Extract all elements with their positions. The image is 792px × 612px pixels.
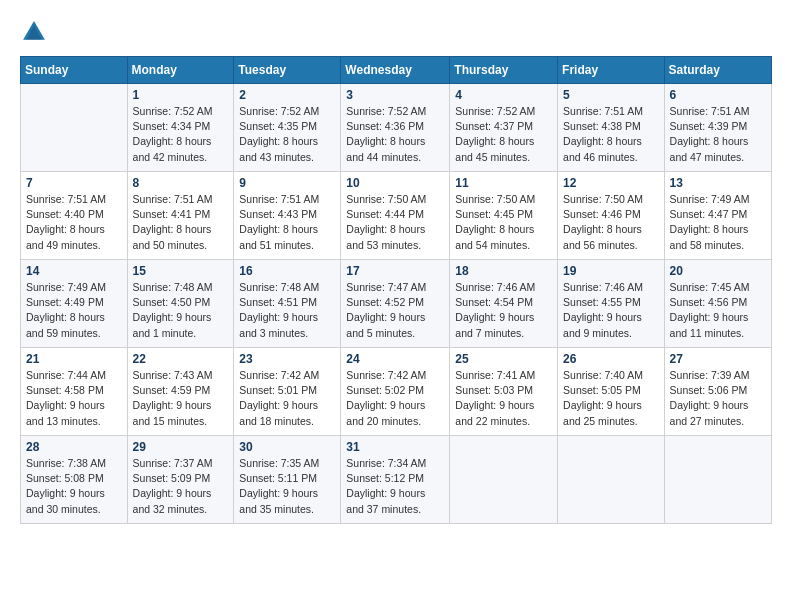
weekday-header-monday: Monday	[127, 57, 234, 84]
day-number: 8	[133, 176, 229, 190]
day-info: Sunrise: 7:44 AMSunset: 4:58 PMDaylight:…	[26, 368, 122, 429]
day-number: 3	[346, 88, 444, 102]
day-info: Sunrise: 7:46 AMSunset: 4:54 PMDaylight:…	[455, 280, 552, 341]
weekday-header-tuesday: Tuesday	[234, 57, 341, 84]
week-row-4: 21Sunrise: 7:44 AMSunset: 4:58 PMDayligh…	[21, 348, 772, 436]
day-number: 10	[346, 176, 444, 190]
day-info: Sunrise: 7:50 AMSunset: 4:44 PMDaylight:…	[346, 192, 444, 253]
day-number: 4	[455, 88, 552, 102]
day-cell: 4Sunrise: 7:52 AMSunset: 4:37 PMDaylight…	[450, 84, 558, 172]
day-number: 20	[670, 264, 766, 278]
day-cell: 22Sunrise: 7:43 AMSunset: 4:59 PMDayligh…	[127, 348, 234, 436]
day-number: 16	[239, 264, 335, 278]
day-number: 1	[133, 88, 229, 102]
day-info: Sunrise: 7:42 AMSunset: 5:01 PMDaylight:…	[239, 368, 335, 429]
day-cell: 9Sunrise: 7:51 AMSunset: 4:43 PMDaylight…	[234, 172, 341, 260]
logo	[20, 18, 52, 46]
day-number: 14	[26, 264, 122, 278]
day-cell	[450, 436, 558, 524]
week-row-1: 1Sunrise: 7:52 AMSunset: 4:34 PMDaylight…	[21, 84, 772, 172]
day-info: Sunrise: 7:46 AMSunset: 4:55 PMDaylight:…	[563, 280, 659, 341]
day-number: 15	[133, 264, 229, 278]
day-info: Sunrise: 7:34 AMSunset: 5:12 PMDaylight:…	[346, 456, 444, 517]
day-info: Sunrise: 7:49 AMSunset: 4:47 PMDaylight:…	[670, 192, 766, 253]
day-cell: 15Sunrise: 7:48 AMSunset: 4:50 PMDayligh…	[127, 260, 234, 348]
day-info: Sunrise: 7:50 AMSunset: 4:45 PMDaylight:…	[455, 192, 552, 253]
day-number: 23	[239, 352, 335, 366]
week-row-2: 7Sunrise: 7:51 AMSunset: 4:40 PMDaylight…	[21, 172, 772, 260]
day-cell: 11Sunrise: 7:50 AMSunset: 4:45 PMDayligh…	[450, 172, 558, 260]
day-cell: 30Sunrise: 7:35 AMSunset: 5:11 PMDayligh…	[234, 436, 341, 524]
day-cell: 3Sunrise: 7:52 AMSunset: 4:36 PMDaylight…	[341, 84, 450, 172]
weekday-header-row: SundayMondayTuesdayWednesdayThursdayFrid…	[21, 57, 772, 84]
week-row-3: 14Sunrise: 7:49 AMSunset: 4:49 PMDayligh…	[21, 260, 772, 348]
day-number: 5	[563, 88, 659, 102]
day-cell: 13Sunrise: 7:49 AMSunset: 4:47 PMDayligh…	[664, 172, 771, 260]
day-info: Sunrise: 7:51 AMSunset: 4:40 PMDaylight:…	[26, 192, 122, 253]
day-number: 24	[346, 352, 444, 366]
calendar-page: SundayMondayTuesdayWednesdayThursdayFrid…	[0, 0, 792, 612]
day-number: 7	[26, 176, 122, 190]
day-cell: 27Sunrise: 7:39 AMSunset: 5:06 PMDayligh…	[664, 348, 771, 436]
day-number: 31	[346, 440, 444, 454]
day-number: 19	[563, 264, 659, 278]
day-cell: 1Sunrise: 7:52 AMSunset: 4:34 PMDaylight…	[127, 84, 234, 172]
day-info: Sunrise: 7:41 AMSunset: 5:03 PMDaylight:…	[455, 368, 552, 429]
weekday-header-friday: Friday	[558, 57, 665, 84]
day-number: 12	[563, 176, 659, 190]
day-cell: 31Sunrise: 7:34 AMSunset: 5:12 PMDayligh…	[341, 436, 450, 524]
day-number: 18	[455, 264, 552, 278]
day-number: 13	[670, 176, 766, 190]
day-info: Sunrise: 7:47 AMSunset: 4:52 PMDaylight:…	[346, 280, 444, 341]
day-number: 6	[670, 88, 766, 102]
day-cell: 10Sunrise: 7:50 AMSunset: 4:44 PMDayligh…	[341, 172, 450, 260]
day-cell: 16Sunrise: 7:48 AMSunset: 4:51 PMDayligh…	[234, 260, 341, 348]
day-number: 30	[239, 440, 335, 454]
day-cell: 17Sunrise: 7:47 AMSunset: 4:52 PMDayligh…	[341, 260, 450, 348]
day-info: Sunrise: 7:40 AMSunset: 5:05 PMDaylight:…	[563, 368, 659, 429]
day-cell	[21, 84, 128, 172]
day-number: 26	[563, 352, 659, 366]
day-number: 22	[133, 352, 229, 366]
day-cell: 12Sunrise: 7:50 AMSunset: 4:46 PMDayligh…	[558, 172, 665, 260]
day-cell: 2Sunrise: 7:52 AMSunset: 4:35 PMDaylight…	[234, 84, 341, 172]
day-info: Sunrise: 7:51 AMSunset: 4:41 PMDaylight:…	[133, 192, 229, 253]
day-cell: 25Sunrise: 7:41 AMSunset: 5:03 PMDayligh…	[450, 348, 558, 436]
day-number: 9	[239, 176, 335, 190]
weekday-header-saturday: Saturday	[664, 57, 771, 84]
day-cell: 7Sunrise: 7:51 AMSunset: 4:40 PMDaylight…	[21, 172, 128, 260]
day-cell: 6Sunrise: 7:51 AMSunset: 4:39 PMDaylight…	[664, 84, 771, 172]
day-info: Sunrise: 7:49 AMSunset: 4:49 PMDaylight:…	[26, 280, 122, 341]
day-info: Sunrise: 7:52 AMSunset: 4:34 PMDaylight:…	[133, 104, 229, 165]
day-cell: 26Sunrise: 7:40 AMSunset: 5:05 PMDayligh…	[558, 348, 665, 436]
day-info: Sunrise: 7:45 AMSunset: 4:56 PMDaylight:…	[670, 280, 766, 341]
day-number: 28	[26, 440, 122, 454]
weekday-header-thursday: Thursday	[450, 57, 558, 84]
day-number: 21	[26, 352, 122, 366]
day-cell: 19Sunrise: 7:46 AMSunset: 4:55 PMDayligh…	[558, 260, 665, 348]
day-info: Sunrise: 7:51 AMSunset: 4:43 PMDaylight:…	[239, 192, 335, 253]
week-row-5: 28Sunrise: 7:38 AMSunset: 5:08 PMDayligh…	[21, 436, 772, 524]
day-cell: 20Sunrise: 7:45 AMSunset: 4:56 PMDayligh…	[664, 260, 771, 348]
day-info: Sunrise: 7:52 AMSunset: 4:36 PMDaylight:…	[346, 104, 444, 165]
day-cell	[664, 436, 771, 524]
day-info: Sunrise: 7:39 AMSunset: 5:06 PMDaylight:…	[670, 368, 766, 429]
calendar-table: SundayMondayTuesdayWednesdayThursdayFrid…	[20, 56, 772, 524]
day-info: Sunrise: 7:38 AMSunset: 5:08 PMDaylight:…	[26, 456, 122, 517]
day-info: Sunrise: 7:37 AMSunset: 5:09 PMDaylight:…	[133, 456, 229, 517]
day-info: Sunrise: 7:43 AMSunset: 4:59 PMDaylight:…	[133, 368, 229, 429]
day-cell: 18Sunrise: 7:46 AMSunset: 4:54 PMDayligh…	[450, 260, 558, 348]
day-cell	[558, 436, 665, 524]
day-number: 29	[133, 440, 229, 454]
day-info: Sunrise: 7:35 AMSunset: 5:11 PMDaylight:…	[239, 456, 335, 517]
day-info: Sunrise: 7:51 AMSunset: 4:39 PMDaylight:…	[670, 104, 766, 165]
day-number: 2	[239, 88, 335, 102]
day-cell: 28Sunrise: 7:38 AMSunset: 5:08 PMDayligh…	[21, 436, 128, 524]
logo-icon	[20, 18, 48, 46]
day-info: Sunrise: 7:50 AMSunset: 4:46 PMDaylight:…	[563, 192, 659, 253]
day-info: Sunrise: 7:42 AMSunset: 5:02 PMDaylight:…	[346, 368, 444, 429]
weekday-header-wednesday: Wednesday	[341, 57, 450, 84]
day-info: Sunrise: 7:51 AMSunset: 4:38 PMDaylight:…	[563, 104, 659, 165]
day-number: 17	[346, 264, 444, 278]
day-cell: 23Sunrise: 7:42 AMSunset: 5:01 PMDayligh…	[234, 348, 341, 436]
